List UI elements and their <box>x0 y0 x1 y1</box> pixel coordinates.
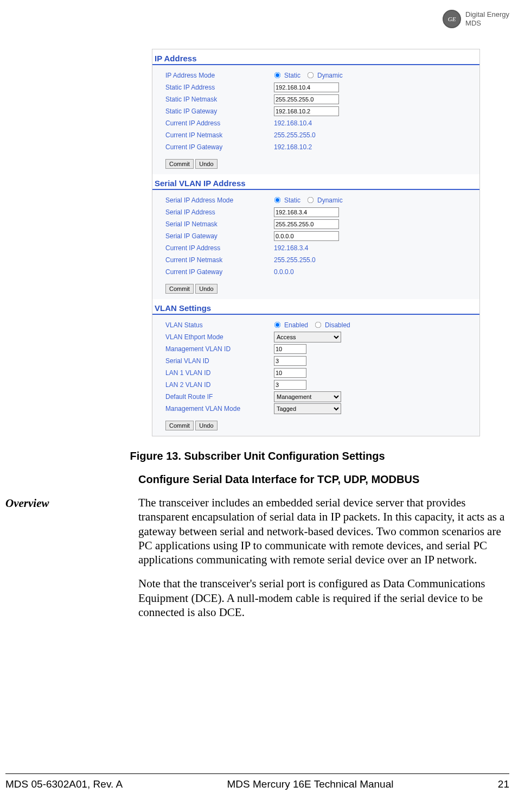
label-serial-vlan-id: Serial VLAN ID <box>165 357 274 365</box>
label-ip-mode: IP Address Mode <box>165 72 274 79</box>
para2: Note that the transceiver's serial port … <box>138 576 509 619</box>
undo-button-vlan[interactable]: Undo <box>195 421 217 430</box>
label-serial-gateway: Serial IP Gateway <box>165 232 274 240</box>
radio-label-dynamic: Dynamic <box>317 72 343 79</box>
radio-label-disabled: Disabled <box>325 321 350 329</box>
page-footer: MDS 05-6302A01, Rev. A MDS Mercury 16E T… <box>5 773 509 790</box>
undo-button-serial[interactable]: Undo <box>195 284 217 294</box>
row-ip-mode: IP Address Mode Static Dynamic <box>165 69 476 81</box>
value-cur-ip: 192.168.10.4 <box>274 119 312 127</box>
value-serial-cur-gateway: 0.0.0.0 <box>274 268 294 276</box>
input-static-netmask[interactable] <box>274 94 339 104</box>
section-header-serial: Serial VLAN IP Address <box>152 174 479 190</box>
row-serial-mode: Serial IP Address Mode Static Dynamic <box>165 194 476 206</box>
brand-line1: Digital Energy <box>465 10 509 19</box>
label-serial-ip: Serial IP Address <box>165 208 274 216</box>
select-default-route[interactable]: Management <box>274 391 341 402</box>
ge-logo-icon: GE <box>443 10 461 28</box>
radio-serial-dynamic[interactable] <box>308 197 314 204</box>
row-vlan-status: VLAN Status Enabled Disabled <box>165 319 476 331</box>
radio-label-enabled: Enabled <box>284 321 308 329</box>
label-serial-netmask: Serial IP Netmask <box>165 220 274 228</box>
label-serial-cur-gateway: Current IP Gateway <box>165 268 274 276</box>
radio-vlan-enabled[interactable] <box>274 322 281 328</box>
select-ethport-mode[interactable]: Access <box>274 332 341 342</box>
value-serial-cur-netmask: 255.255.255.0 <box>274 256 316 264</box>
brand-block: GE Digital Energy MDS <box>443 10 509 28</box>
select-mgmt-vlan-mode[interactable]: Tagged <box>274 403 341 414</box>
label-cur-netmask: Current IP Netmask <box>165 131 274 139</box>
commit-button-ip[interactable]: Commit <box>165 159 194 169</box>
label-cur-ip: Current IP Address <box>165 119 274 127</box>
section-body-serial: Serial IP Address Mode Static Dynamic Se… <box>152 190 479 299</box>
input-static-ip[interactable] <box>274 83 339 92</box>
brand-line2: MDS <box>465 19 509 28</box>
body-heading: Configure Serial Data Interface for TCP,… <box>138 473 509 486</box>
para1: The transceiver includes an embedded ser… <box>138 496 509 567</box>
section-body-vlan: VLAN Status Enabled Disabled VLAN Ethpor… <box>152 315 479 436</box>
figure-caption: Figure 13. Subscriber Unit Configuration… <box>5 450 509 462</box>
label-default-route: Default Route IF <box>165 393 274 401</box>
radio-label-serial-static: Static <box>284 196 300 204</box>
radio-label-serial-dynamic: Dynamic <box>317 196 343 204</box>
input-serial-vlan-id[interactable] <box>274 356 306 366</box>
input-serial-gateway[interactable] <box>274 231 339 241</box>
footer-left: MDS 05-6302A01, Rev. A <box>5 778 123 790</box>
overview-label: Overview <box>5 496 138 567</box>
input-static-gateway[interactable] <box>274 106 339 116</box>
footer-center: MDS Mercury 16E Technical Manual <box>227 778 394 790</box>
value-cur-netmask: 255.255.255.0 <box>274 131 316 139</box>
commit-button-serial[interactable]: Commit <box>165 284 194 294</box>
commit-button-vlan[interactable]: Commit <box>165 421 194 430</box>
input-lan2-vlan-id[interactable] <box>274 380 306 390</box>
section-body-ip: IP Address Mode Static Dynamic Static IP… <box>152 65 479 174</box>
label-cur-gateway: Current IP Gateway <box>165 143 274 151</box>
value-serial-cur-ip: 192.168.3.4 <box>274 244 308 252</box>
radio-vlan-disabled[interactable] <box>315 322 322 328</box>
label-serial-mode: Serial IP Address Mode <box>165 196 274 204</box>
radio-ip-dynamic[interactable] <box>308 72 314 79</box>
input-serial-ip[interactable] <box>274 207 339 217</box>
label-lan2-vlan-id: LAN 2 VLAN ID <box>165 381 274 389</box>
input-serial-netmask[interactable] <box>274 219 339 229</box>
brand-text: Digital Energy MDS <box>465 10 509 27</box>
input-lan1-vlan-id[interactable] <box>274 368 306 378</box>
label-ethport-mode: VLAN Ethport Mode <box>165 333 274 341</box>
value-cur-gateway: 192.168.10.2 <box>274 143 312 151</box>
label-static-gateway: Static IP Gateway <box>165 107 274 115</box>
radio-ip-static[interactable] <box>274 72 281 79</box>
label-vlan-status: VLAN Status <box>165 321 274 329</box>
label-mgmt-vlan-id: Management VLAN ID <box>165 345 274 353</box>
radio-label-static: Static <box>284 72 300 79</box>
label-static-netmask: Static IP Netmask <box>165 96 274 103</box>
label-serial-cur-ip: Current IP Address <box>165 244 274 252</box>
label-lan1-vlan-id: LAN 1 VLAN ID <box>165 369 274 377</box>
section-header-ip: IP Address <box>152 49 479 65</box>
radio-serial-static[interactable] <box>274 197 281 204</box>
undo-button-ip[interactable]: Undo <box>195 159 217 169</box>
footer-right: 21 <box>498 778 509 790</box>
input-mgmt-vlan-id[interactable] <box>274 344 306 354</box>
section-header-vlan: VLAN Settings <box>152 299 479 315</box>
config-panel: IP Address IP Address Mode Static Dynami… <box>152 49 480 436</box>
label-static-ip: Static IP Address <box>165 84 274 91</box>
label-mgmt-vlan-mode: Management VLAN Mode <box>165 405 274 413</box>
label-serial-cur-netmask: Current IP Netmask <box>165 256 274 264</box>
